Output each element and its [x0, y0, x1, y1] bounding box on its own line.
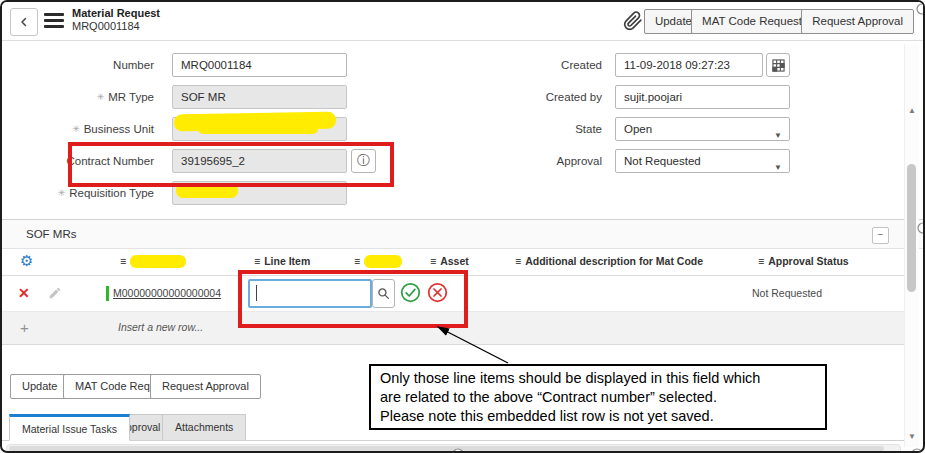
tab-attachments[interactable]: Attachments: [162, 414, 246, 441]
menu-icon[interactable]: [44, 13, 64, 29]
column-header-asset[interactable]: ≡Asset: [430, 255, 469, 267]
created-field[interactable]: [615, 53, 763, 77]
redaction-highlight-business-unit-2: [198, 124, 318, 134]
page-title-block: Material Request MRQ0001184: [72, 7, 160, 33]
vertical-scrollbar-thumb[interactable]: [907, 164, 916, 292]
created-by-field[interactable]: [615, 85, 790, 109]
column-menu-icon: ≡: [354, 255, 360, 267]
redaction-highlight-column-2: [364, 255, 402, 268]
record-id: MRQ0001184: [72, 20, 160, 33]
annotation-line-2: are related to the above “Contract numbe…: [380, 388, 816, 407]
redaction-highlight-requisition-type: [176, 183, 238, 198]
table-header-row: ⚙ ≡ ≡Line Item ≡ ≡Asset ≡Additional desc…: [2, 249, 909, 276]
redaction-highlight-column-1: [130, 255, 186, 268]
scroll-down-icon[interactable]: ▼: [908, 432, 916, 441]
annotation-line-3: Please note this embedded list row is no…: [380, 407, 816, 426]
confirm-icon[interactable]: [400, 282, 421, 303]
page-title: Material Request: [72, 7, 160, 20]
column-header-additional-description[interactable]: ≡Additional description for Mat Code: [515, 255, 703, 267]
field-label-approval: Approval: [450, 149, 602, 173]
approval-select[interactable]: Not Requested▼: [615, 149, 790, 173]
table-row: ✕ M00000000000000004 Not Requested: [2, 276, 909, 312]
pencil-icon[interactable]: [48, 286, 62, 300]
field-label-created: Created: [450, 53, 602, 77]
field-label-contract-number: Contract Number: [2, 149, 154, 173]
mat-code-request-button[interactable]: MAT Code Request: [691, 9, 813, 34]
delete-row-icon[interactable]: ✕: [18, 285, 30, 301]
column-menu-icon: ≡: [120, 255, 126, 267]
field-label-number: Number: [2, 53, 154, 77]
column-header-approval-status[interactable]: ≡Approval Status: [758, 255, 849, 267]
required-icon: ✳: [72, 124, 80, 134]
column-menu-icon: ≡: [515, 255, 521, 267]
paperclip-icon[interactable]: [623, 11, 643, 31]
required-icon: ✳: [97, 92, 105, 102]
back-button[interactable]: [10, 8, 38, 36]
mr-type-field[interactable]: [172, 85, 347, 109]
annotation-line-1: Only those line items should be displaye…: [380, 369, 816, 388]
line-item-input[interactable]: [248, 279, 372, 308]
vertical-scrollbar[interactable]: ▲ ▼: [904, 44, 919, 447]
field-label-state: State: [450, 117, 602, 141]
contract-number-field[interactable]: [172, 149, 347, 173]
datetime-picker-button[interactable]: [766, 53, 790, 77]
horizontal-scrollbar-thumb[interactable]: [9, 446, 884, 451]
chevron-down-icon: ▼: [774, 125, 782, 147]
chevron-left-icon: [18, 16, 30, 28]
field-label-business-unit: ✳Business Unit: [2, 117, 154, 141]
annotation-callout: Only those line items should be displaye…: [369, 364, 827, 430]
number-field[interactable]: [172, 53, 347, 77]
collapse-section-button[interactable]: −: [872, 227, 889, 244]
record-link[interactable]: M00000000000000004: [113, 287, 221, 299]
field-label-requisition-type: ✳Requisition Type: [2, 181, 154, 205]
add-row-icon: +: [20, 319, 29, 336]
app-window: Material Request MRQ0001184 ●●● Update M…: [0, 0, 925, 453]
tab-material-issue-tasks[interactable]: Material Issue Tasks: [9, 414, 130, 441]
lookup-button[interactable]: [372, 279, 395, 308]
insert-new-row[interactable]: + Insert a new row...: [2, 312, 909, 345]
insert-row-label: Insert a new row...: [118, 321, 203, 333]
required-icon: ✳: [58, 188, 66, 198]
approval-status-cell: Not Requested: [752, 287, 822, 299]
column-menu-icon: ≡: [430, 255, 436, 267]
field-label-created-by: Created by: [450, 85, 602, 109]
text-cursor: [256, 285, 257, 301]
calendar-grid-icon: [772, 59, 785, 72]
column-header-redacted-2[interactable]: ≡: [354, 255, 402, 268]
column-menu-icon: ≡: [254, 255, 260, 267]
request-approval-button-bottom[interactable]: Request Approval: [150, 374, 261, 399]
cancel-icon[interactable]: [427, 282, 448, 303]
request-approval-button[interactable]: Request Approval: [801, 9, 914, 34]
row-status-bar: [106, 286, 109, 301]
gear-icon[interactable]: ⚙: [20, 252, 33, 270]
tab-content-divider: [2, 440, 909, 441]
field-label-mr-type: ✳MR Type: [2, 85, 154, 109]
section-title: SOF MRs: [26, 220, 76, 249]
info-icon: ⓘ: [357, 152, 370, 170]
scroll-up-icon[interactable]: ▲: [908, 106, 916, 115]
sof-mrs-section-header: SOF MRs −: [2, 219, 923, 249]
chevron-down-icon: ▼: [774, 157, 782, 179]
column-menu-icon: ≡: [758, 255, 764, 267]
app-header: Material Request MRQ0001184 ●●● Update M…: [2, 2, 923, 41]
state-select[interactable]: Open▼: [615, 117, 790, 141]
column-header-line-item[interactable]: ≡Line Item: [254, 255, 310, 267]
column-header-redacted-1[interactable]: ≡: [120, 255, 186, 268]
search-icon: [377, 287, 390, 300]
update-button-bottom[interactable]: Update: [10, 374, 69, 399]
horizontal-scrollbar[interactable]: [6, 444, 901, 453]
contract-info-button[interactable]: ⓘ: [351, 149, 376, 173]
